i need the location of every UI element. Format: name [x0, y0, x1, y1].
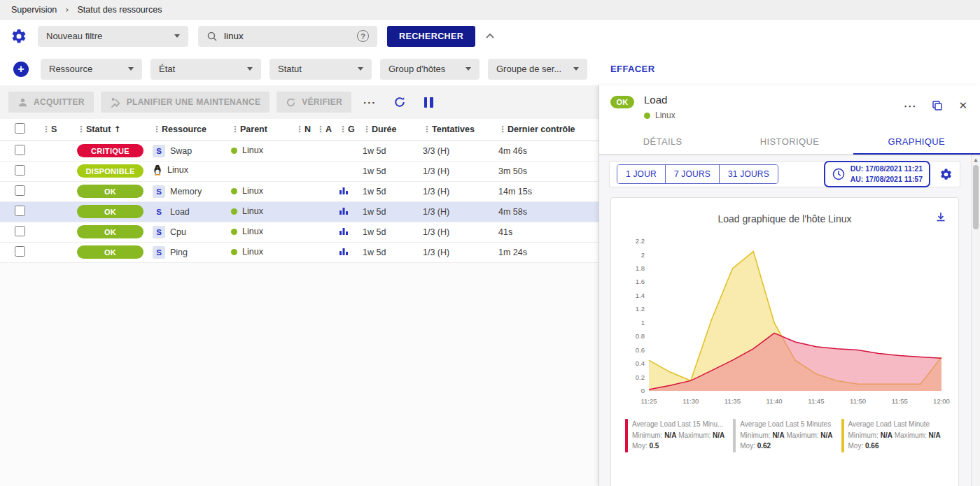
breadcrumb-supervision[interactable]: Supervision: [11, 5, 57, 15]
tab-details[interactable]: DÉTAILS: [599, 129, 726, 155]
drag-handle-icon[interactable]: ⋮: [316, 124, 325, 134]
search-button[interactable]: RECHERCHER: [387, 26, 475, 47]
scrollbar-thumb[interactable]: [973, 165, 979, 229]
filter-servicegroup[interactable]: Groupe de ser...: [488, 59, 587, 80]
panel-scrollbar[interactable]: ▲: [971, 155, 980, 486]
column-header[interactable]: ⋮Ressource: [150, 119, 228, 141]
parent-status-dot: [644, 113, 650, 119]
graph-icon[interactable]: [339, 226, 349, 236]
action-cell: [314, 181, 336, 201]
row-checkbox[interactable]: [15, 226, 25, 236]
resource-row[interactable]: OKSMemoryLinux1w 5d1/3 (H)14m 15s: [0, 181, 598, 201]
legend-item[interactable]: Average Load Last 15 Minu...Minimum: N/A…: [625, 419, 724, 452]
svg-text:0.6: 0.6: [636, 346, 645, 354]
acknowledge-button[interactable]: ACQUITTER: [8, 92, 94, 113]
collapse-filters-icon[interactable]: [485, 33, 495, 39]
search-box[interactable]: linux ?: [198, 26, 377, 47]
drag-handle-icon[interactable]: ⋮: [77, 124, 85, 134]
resource-row[interactable]: OKSPingLinux1w 5d1/3 (H)1m 24s: [0, 242, 598, 262]
filter-status[interactable]: Statut: [270, 59, 372, 80]
status-cell: OK: [74, 222, 150, 242]
refresh-icon[interactable]: [393, 96, 406, 108]
drag-handle-icon[interactable]: ⋮: [498, 124, 507, 134]
filter-settings-gear-icon[interactable]: [10, 27, 28, 45]
svg-text:2: 2: [641, 251, 645, 259]
search-help-icon[interactable]: ?: [357, 30, 369, 42]
resources-table: ⋮S⋮Statut↑⋮Ressource⋮Parent⋮N⋮A⋮G⋮Durée⋮…: [0, 119, 598, 263]
row-checkbox[interactable]: [15, 185, 25, 196]
copy-link-icon[interactable]: [932, 100, 943, 111]
graph-icon[interactable]: [339, 185, 349, 195]
graph-cell[interactable]: [336, 222, 360, 242]
column-header[interactable]: ⋮Parent: [228, 119, 293, 141]
dropdown-label: État: [159, 64, 175, 74]
drag-handle-icon[interactable]: ⋮: [153, 124, 161, 134]
time-range-7-jours[interactable]: 7 JOURS: [665, 165, 719, 183]
search-input[interactable]: linux: [224, 31, 351, 41]
tab-historique[interactable]: HISTORIQUE: [726, 129, 853, 155]
time-range-1-jour[interactable]: 1 JOUR: [617, 165, 665, 183]
close-panel-icon[interactable]: ✕: [958, 99, 967, 112]
svg-text:11:50: 11:50: [850, 397, 866, 405]
graph-cell[interactable]: [336, 201, 360, 222]
add-criteria-button[interactable]: +: [13, 62, 29, 77]
filter-hostgroup[interactable]: Group d'hôtes: [380, 59, 479, 80]
pause-icon[interactable]: [424, 97, 433, 108]
saved-filter-select[interactable]: Nouveau filtre: [38, 26, 188, 47]
set-downtime-button[interactable]: PLANIFIER UNE MAINTENANCE: [101, 92, 270, 113]
resource-row[interactable]: DISPONIBLELinux1w 5d1/3 (H)3m 50s: [0, 161, 598, 181]
graph-cell: [336, 141, 360, 161]
date-range-picker[interactable]: DU: 17/08/2021 11:21 AU: 17/08/2021 11:5…: [824, 161, 930, 187]
drag-handle-icon[interactable]: ⋮: [42, 124, 50, 134]
actions-toolbar: ACQUITTER PLANIFIER UNE MAINTENANCE VÉRI…: [0, 85, 598, 119]
scroll-up-icon[interactable]: ▲: [974, 157, 977, 163]
drag-handle-icon[interactable]: ⋮: [423, 124, 431, 134]
row-checkbox[interactable]: [15, 165, 25, 176]
drag-handle-icon[interactable]: ⋮: [231, 124, 239, 134]
drag-handle-icon[interactable]: ⋮: [363, 124, 371, 134]
resource-cell[interactable]: SPing: [150, 242, 228, 262]
panel-more-actions-icon[interactable]: ⋯: [903, 98, 916, 113]
graph-settings-gear-icon[interactable]: [939, 168, 953, 181]
row-checkbox[interactable]: [15, 145, 25, 155]
clear-filters-button[interactable]: EFFACER: [610, 64, 654, 74]
row-checkbox[interactable]: [15, 246, 25, 257]
row-checkbox[interactable]: [15, 206, 25, 216]
status-cell: OK: [74, 201, 150, 222]
sort-ascending-icon[interactable]: ↑: [113, 124, 120, 134]
column-header[interactable]: ⋮Statut↑: [74, 119, 150, 141]
drag-handle-icon[interactable]: ⋮: [295, 124, 304, 134]
resource-row[interactable]: OKSCpuLinux1w 5d1/3 (H)41s: [0, 222, 598, 242]
filter-state[interactable]: État: [150, 59, 261, 80]
time-range-31-jours[interactable]: 31 JOURS: [719, 165, 778, 183]
column-header[interactable]: ⋮G: [336, 119, 360, 141]
filter-resource-type[interactable]: Ressource: [41, 59, 142, 80]
resource-cell[interactable]: Linux: [150, 161, 228, 181]
column-header[interactable]: ⋮Durée: [360, 119, 420, 141]
resource-cell[interactable]: SMemory: [150, 181, 228, 201]
more-actions-icon[interactable]: ⋯: [363, 94, 377, 110]
drag-handle-icon[interactable]: ⋮: [339, 124, 347, 134]
graph-cell[interactable]: [336, 181, 360, 201]
resource-cell[interactable]: SSwap: [150, 141, 228, 161]
column-header[interactable]: ⋮N: [293, 119, 314, 141]
graph-icon[interactable]: [339, 246, 349, 256]
select-all-checkbox[interactable]: [15, 123, 25, 134]
graph-cell[interactable]: [336, 242, 360, 262]
graph-icon[interactable]: [339, 206, 349, 215]
tab-graphique[interactable]: GRAPHIQUE: [853, 129, 980, 155]
resource-row[interactable]: OKSLoadLinux1w 5d1/3 (H)4m 58s: [0, 201, 598, 222]
resource-cell[interactable]: SCpu: [150, 222, 228, 242]
column-header[interactable]: ⋮Tentatives: [420, 119, 496, 141]
resource-cell[interactable]: SLoad: [150, 201, 228, 222]
last-check-cell: 14m 15s: [496, 181, 598, 201]
column-header[interactable]: ⋮S: [39, 119, 74, 141]
legend-item[interactable]: Average Load Last MinuteMinimum: N/A Max…: [841, 419, 941, 452]
resource-row[interactable]: CRITIQUESSwapLinux1w 5d3/3 (H)4m 46s: [0, 141, 598, 161]
column-header[interactable]: ⋮A: [314, 119, 336, 141]
column-header[interactable]: ⋮Dernier contrôle: [496, 119, 598, 141]
chevron-down-icon: [247, 67, 253, 71]
check-button[interactable]: VÉRIFIER: [276, 92, 351, 113]
legend-item[interactable]: Average Load Last 5 MinutesMinimum: N/A …: [733, 419, 832, 452]
download-icon[interactable]: [934, 210, 947, 223]
